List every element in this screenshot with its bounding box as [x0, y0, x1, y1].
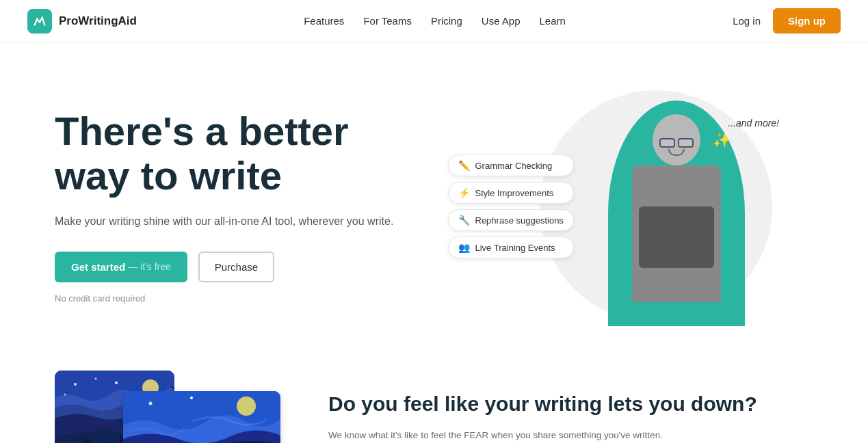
svg-point-3 [95, 378, 97, 380]
chip-grammar: ✏️ Grammar Checking [448, 155, 574, 176]
svg-rect-6 [82, 439, 90, 443]
nav-actions: Log in Sign up [733, 8, 841, 33]
nav-pricing[interactable]: Pricing [431, 15, 462, 27]
svg-point-12 [190, 397, 193, 399]
painting-stack: My idea in my head [55, 371, 287, 443]
navbar: ProWritingAid Features For Teams Pricing… [0, 0, 868, 42]
style-icon: ⚡ [458, 187, 470, 198]
nav-use-app[interactable]: Use App [482, 15, 521, 27]
free-tag: — it's free [128, 261, 171, 272]
svg-point-2 [74, 383, 77, 386]
rephrase-icon: 🔧 [458, 215, 470, 226]
hero-right: ✏️ Grammar Checking ⚡ Style Improvements… [434, 77, 814, 336]
logo-area[interactable]: ProWritingAid [27, 9, 137, 33]
nav-features[interactable]: Features [304, 15, 344, 27]
person-body [632, 165, 721, 302]
login-link[interactable]: Log in [733, 15, 761, 27]
get-started-button[interactable]: Get started — it's free [55, 252, 187, 282]
hero-left: There's a better way to write Make your … [55, 109, 434, 304]
training-icon: 👥 [458, 242, 470, 253]
hero-subtitle: Make your writing shine with our all-in-… [55, 213, 434, 230]
sparkle-icon: ✨ [713, 131, 731, 149]
feature-chips: ✏️ Grammar Checking ⚡ Style Improvements… [448, 155, 574, 258]
svg-point-10 [237, 397, 256, 416]
section-title: Do you feel like your writing lets you d… [328, 391, 813, 417]
nav-for-teams[interactable]: For Teams [363, 15, 412, 27]
lower-section: My idea in my head Do you feel like your… [0, 357, 868, 443]
and-more-label: ...and more! [728, 118, 779, 129]
logo-icon [27, 9, 52, 33]
hero-section: There's a better way to write Make your … [0, 42, 868, 357]
nav-links: Features For Teams Pricing Use App Learn [304, 15, 566, 27]
svg-point-4 [115, 381, 118, 384]
chip-training: 👥 Live Training Events [448, 237, 574, 258]
svg-point-11 [149, 402, 153, 405]
no-credit-card-note: No credit card required [55, 293, 434, 304]
chip-style: ⚡ Style Improvements [448, 182, 574, 204]
chip-rephrase: 🔧 Rephrase suggestions [448, 209, 574, 231]
svg-point-5 [64, 394, 66, 396]
section-desc: We know what it's like to feel the FEAR … [328, 428, 670, 444]
painting-front [123, 391, 280, 443]
hero-title: There's a better way to write [55, 109, 434, 198]
purchase-button[interactable]: Purchase [198, 252, 274, 282]
brand-name: ProWritingAid [59, 14, 137, 28]
hero-cta: Get started — it's free Purchase [55, 252, 434, 282]
glasses [659, 138, 694, 148]
lower-left: My idea in my head [55, 371, 287, 443]
signup-button[interactable]: Sign up [773, 8, 841, 33]
person-head [653, 114, 700, 165]
lower-right: Do you feel like your writing lets you d… [328, 371, 813, 443]
nav-learn[interactable]: Learn [540, 15, 566, 27]
grammar-icon: ✏️ [458, 160, 470, 171]
